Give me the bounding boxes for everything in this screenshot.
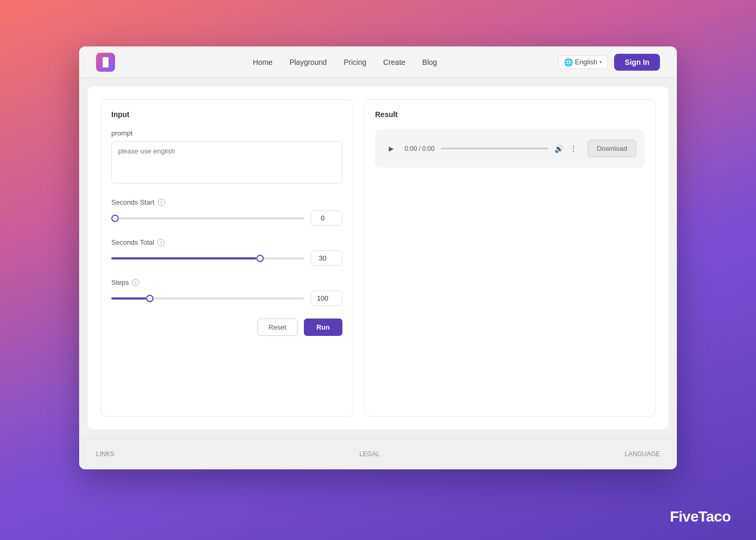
main-content: Input prompt Seconds Start i <box>88 86 668 429</box>
reset-button[interactable]: Reset <box>257 319 298 336</box>
audio-progress-bar[interactable] <box>441 148 548 149</box>
seconds-start-group: Seconds Start i <box>111 198 342 226</box>
seconds-total-slider[interactable] <box>111 257 304 259</box>
prompt-textarea[interactable] <box>111 141 342 184</box>
nav-blog[interactable]: Blog <box>422 56 437 69</box>
prompt-group: prompt <box>111 129 342 186</box>
seconds-start-input[interactable] <box>311 210 342 226</box>
seconds-total-thumb[interactable] <box>256 255 264 262</box>
nav-create[interactable]: Create <box>383 56 405 69</box>
steps-slider-row <box>111 291 342 306</box>
page-footer: LINKS LEGAL LANGUAGE <box>79 438 677 469</box>
time-display: 0:00 / 0:00 <box>405 145 435 152</box>
globe-icon: 🌐 <box>564 58 573 66</box>
steps-slider[interactable] <box>111 297 304 300</box>
prompt-label: prompt <box>111 129 342 137</box>
run-button[interactable]: Run <box>304 319 342 336</box>
nav-playground[interactable]: Playground <box>290 56 327 69</box>
seconds-start-slider[interactable] <box>111 217 304 219</box>
seconds-total-label: Seconds Total i <box>111 238 342 246</box>
footer-language-column: LANGUAGE <box>625 450 660 458</box>
seconds-start-label: Seconds Start i <box>111 198 342 206</box>
seconds-total-input[interactable] <box>311 250 342 266</box>
steps-thumb[interactable] <box>146 295 154 302</box>
nav-home[interactable]: Home <box>253 56 272 69</box>
steps-label: Steps i <box>111 278 342 286</box>
seconds-total-group: Seconds Total i <box>111 238 342 266</box>
chevron-down-icon: ▾ <box>599 59 602 65</box>
language-label: English <box>575 58 598 66</box>
nav-pricing[interactable]: Pricing <box>344 56 367 69</box>
more-options-button[interactable]: ⋮ <box>570 144 577 153</box>
download-button[interactable]: Download <box>588 140 636 157</box>
audio-player: ▶ 0:00 / 0:00 🔊 ⋮ Download <box>375 129 645 168</box>
watermark: FiveTaco <box>670 508 731 525</box>
footer-legal-column: LEGAL <box>359 450 380 458</box>
footer-links-column: LINKS <box>96 450 114 458</box>
logo-icon: ▐▌ <box>96 53 115 72</box>
steps-input[interactable] <box>311 291 342 306</box>
play-button[interactable]: ▶ <box>384 141 398 156</box>
seconds-start-slider-row <box>111 210 342 226</box>
result-panel-title: Result <box>375 110 645 119</box>
seconds-total-fill <box>111 257 256 259</box>
result-panel: Result ▶ 0:00 / 0:00 🔊 ⋮ Download <box>364 99 656 417</box>
seconds-start-info-icon[interactable]: i <box>158 199 165 206</box>
language-selector[interactable]: 🌐 English ▾ <box>558 55 608 69</box>
seconds-start-thumb[interactable] <box>111 215 119 222</box>
logo[interactable]: ▐▌ <box>96 53 115 72</box>
seconds-total-info-icon[interactable]: i <box>157 239 165 246</box>
navbar: ▐▌ Home Playground Pricing Create Blog 🌐… <box>79 46 677 78</box>
steps-info-icon[interactable]: i <box>132 279 139 286</box>
sign-in-button[interactable]: Sign In <box>614 54 660 71</box>
nav-links: Home Playground Pricing Create Blog <box>132 56 558 69</box>
steps-group: Steps i <box>111 278 342 306</box>
volume-button[interactable]: 🔊 <box>554 144 563 153</box>
input-panel-title: Input <box>111 110 342 119</box>
nav-right: 🌐 English ▾ Sign In <box>558 54 660 71</box>
form-footer: Reset Run <box>111 319 342 336</box>
steps-fill <box>111 297 146 300</box>
input-panel: Input prompt Seconds Start i <box>100 99 353 417</box>
seconds-total-slider-row <box>111 250 342 266</box>
